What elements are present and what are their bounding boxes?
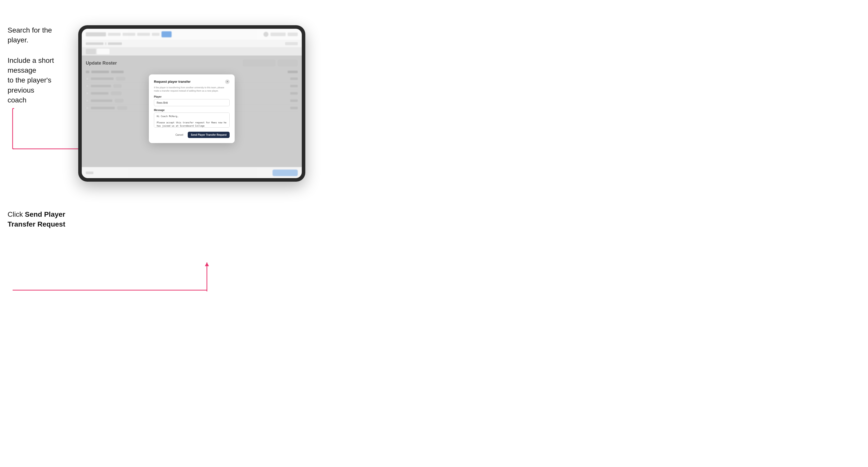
nav-teams (123, 33, 135, 36)
breadcrumb-action (285, 42, 298, 45)
annotation-click-text: Click Send PlayerTransfer Request (7, 209, 73, 229)
message-field-label: Message (154, 109, 229, 112)
breadcrumb-item-2 (108, 42, 122, 45)
player-search-input[interactable] (154, 99, 229, 106)
modal-title: Request player transfer (154, 80, 190, 84)
nav-tournaments (108, 33, 121, 36)
save-roster-button (273, 169, 298, 176)
header-right (264, 32, 298, 37)
tab-item-active (97, 49, 110, 54)
annotation-search-text: Search for the player. (7, 25, 71, 45)
breadcrumb-separator (105, 42, 106, 45)
breadcrumb-item-1 (86, 42, 103, 45)
player-field-label: Player (154, 95, 229, 98)
tab-item-1 (86, 49, 96, 54)
main-content: Update Roster (82, 56, 302, 167)
tab-bar (82, 48, 302, 56)
bottom-bar (82, 167, 302, 178)
request-transfer-modal: Request player transfer ✕ If the player … (149, 74, 235, 143)
tablet-device: Update Roster (78, 25, 305, 182)
modal-overlay: Request player transfer ✕ If the player … (82, 56, 302, 167)
tablet-screen: Update Roster (82, 29, 302, 178)
bottom-label (86, 172, 93, 174)
nav-blog (152, 33, 159, 36)
header-user-info (271, 33, 286, 36)
message-textarea[interactable]: Hi Coach McHarg, Please accept this tran… (154, 113, 229, 128)
svg-marker-8 (205, 262, 209, 266)
modal-header: Request player transfer ✕ (154, 80, 229, 84)
app-header (82, 29, 302, 40)
nav-active (161, 31, 172, 37)
header-action (288, 33, 298, 36)
nav-athletes (137, 33, 150, 36)
annotation-message-text: Include a short messageto the player's p… (7, 56, 73, 105)
modal-description: If the player is transferring from anoth… (154, 86, 229, 92)
modal-close-button[interactable]: ✕ (225, 80, 229, 84)
user-avatar (264, 32, 269, 37)
breadcrumb-bar (82, 40, 302, 48)
cancel-button[interactable]: Cancel (173, 132, 186, 138)
modal-footer: Cancel Send Player Transfer Request (154, 132, 229, 138)
send-transfer-button[interactable]: Send Player Transfer Request (188, 132, 229, 138)
app-logo (86, 32, 106, 36)
